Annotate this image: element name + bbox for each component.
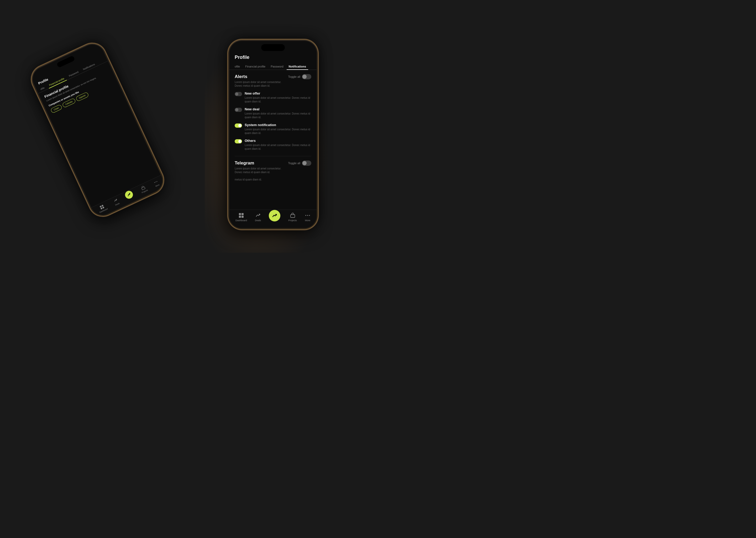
new-offer-title: New offer <box>245 91 311 95</box>
alerts-master-toggle[interactable] <box>302 74 311 79</box>
right-phone-screen: Profile ofile Financial profile Password… <box>229 41 316 228</box>
nav-projects-left[interactable]: Projects <box>139 185 148 193</box>
svg-point-6 <box>155 182 156 182</box>
svg-rect-3 <box>102 206 105 209</box>
svg-rect-1 <box>101 205 103 207</box>
svg-rect-0 <box>100 205 102 207</box>
more-icon-right <box>305 213 310 218</box>
others-toggle[interactable] <box>235 139 242 143</box>
nav-projects-right[interactable]: Projects <box>288 213 297 222</box>
section-divider <box>235 156 311 156</box>
notif-item-new-deal: New deal Lorem ipsum dolor sit amet cons… <box>235 107 311 119</box>
notif-item-others: Others Lorem ipsum dolor sit amet consec… <box>235 139 311 151</box>
dynamic-island-right <box>261 44 285 51</box>
nav-dashboard-left[interactable]: Dashboard <box>97 203 108 213</box>
new-deal-toggle[interactable] <box>235 108 242 112</box>
nav-deals-right[interactable]: Deals <box>255 213 261 222</box>
dashboard-icon-right <box>238 213 244 218</box>
svg-rect-8 <box>239 213 241 215</box>
left-bottom-nav: Dashboard Deals <box>91 175 166 219</box>
svg-point-13 <box>305 215 306 216</box>
new-deal-text: New deal Lorem ipsum dolor sit amet cons… <box>245 107 311 119</box>
alerts-toggle-all[interactable]: Toggle all <box>288 74 311 79</box>
left-phone-container: Profile ofile Financial profile Password… <box>0 0 204 261</box>
system-toggle[interactable] <box>235 124 242 128</box>
telegram-toggle-all[interactable]: Toggle all <box>288 161 311 166</box>
alerts-desc: Lorem ipsum dolor sit amet consectetur.D… <box>235 81 311 88</box>
tab-financial-right[interactable]: Financial profile <box>243 63 267 70</box>
right-bottom-nav: Dashboard Deals <box>229 210 316 228</box>
svg-point-5 <box>154 182 155 183</box>
new-deal-desc: Lorem ipsum dolor sit amet consectetur. … <box>245 112 311 119</box>
new-deal-toggle-wrap[interactable] <box>235 108 242 112</box>
tab-password-right[interactable]: Password <box>268 63 285 70</box>
notif-item-system: System notification Lorem ipsum dolor si… <box>235 123 311 135</box>
others-toggle-wrap[interactable] <box>235 139 242 143</box>
telegram-master-toggle[interactable] <box>302 161 311 166</box>
dashboard-label-right: Dashboard <box>235 219 247 222</box>
nav-more-left[interactable]: More <box>153 179 160 187</box>
right-tabs: ofile Financial profile Password Notific… <box>229 63 316 70</box>
fab-right[interactable] <box>269 210 280 221</box>
deals-label-right: Deals <box>255 219 261 222</box>
left-screen-content: Profile ofile Financial profile Password… <box>29 41 166 219</box>
deals-icon-right <box>255 213 261 218</box>
system-text: System notification Lorem ipsum dolor si… <box>245 123 311 135</box>
telegram-toggle-label: Toggle all <box>288 162 300 165</box>
telegram-desc: Lorem ipsum dolor sit amet consectetur.D… <box>235 167 311 174</box>
nav-more-right[interactable]: More <box>305 213 310 222</box>
telegram-section: Telegram Toggle all Lorem ipsum dolor si… <box>235 161 311 182</box>
left-phone: Profile ofile Financial profile Password… <box>27 39 168 220</box>
scene: Profile ofile Financial profile Password… <box>0 0 378 269</box>
left-phone-screen: Profile ofile Financial profile Password… <box>29 41 166 219</box>
others-text: Others Lorem ipsum dolor sit amet consec… <box>245 139 311 151</box>
new-offer-desc: Lorem ipsum dolor sit amet consectetur. … <box>245 96 311 103</box>
new-deal-title: New deal <box>245 107 311 111</box>
svg-rect-12 <box>291 215 295 218</box>
svg-point-15 <box>309 215 310 216</box>
nav-deals-left[interactable]: Deals <box>113 197 120 206</box>
svg-rect-9 <box>242 213 244 215</box>
projects-label-right: Projects <box>288 219 297 222</box>
more-label-right: More <box>305 219 310 222</box>
telegram-header: Telegram Toggle all <box>235 161 311 166</box>
tab-notifications-right[interactable]: Notifications <box>287 63 308 70</box>
notif-item-new-offer: New offer Lorem ipsum dolor sit amet con… <box>235 91 311 103</box>
nav-fab-left[interactable] <box>125 191 134 200</box>
telegram-title: Telegram <box>235 161 254 166</box>
right-profile-title: Profile <box>229 53 316 63</box>
alerts-section: Alerts Toggle all Lorem ipsum dolor sit … <box>235 74 311 151</box>
others-desc: Lorem ipsum dolor sit amet consectetur. … <box>245 143 311 151</box>
svg-point-14 <box>307 215 308 216</box>
svg-rect-11 <box>242 216 244 218</box>
right-phone-container: Profile ofile Financial profile Password… <box>205 16 341 253</box>
new-offer-text: New offer Lorem ipsum dolor sit amet con… <box>245 91 311 103</box>
telegram-more-desc: metus id quam diam id. <box>235 178 311 182</box>
alerts-toggle-label: Toggle all <box>288 75 300 78</box>
svg-rect-2 <box>101 207 103 210</box>
svg-rect-10 <box>239 216 241 218</box>
alerts-title: Alerts <box>235 74 247 79</box>
new-offer-toggle[interactable] <box>235 92 242 96</box>
system-toggle-wrap[interactable] <box>235 124 242 128</box>
nav-dashboard-right[interactable]: Dashboard <box>235 213 247 222</box>
right-phone: Profile ofile Financial profile Password… <box>228 40 318 229</box>
projects-icon-right <box>290 213 296 218</box>
others-title: Others <box>245 139 311 143</box>
right-screen-content: Profile ofile Financial profile Password… <box>229 41 316 228</box>
alerts-header: Alerts Toggle all <box>235 74 311 79</box>
svg-point-7 <box>157 181 157 182</box>
system-title: System notification <box>245 123 311 127</box>
new-offer-toggle-wrap[interactable] <box>235 92 242 96</box>
fab-icon-left <box>124 189 134 200</box>
notifications-content: Alerts Toggle all Lorem ipsum dolor sit … <box>229 70 316 228</box>
system-desc: Lorem ipsum dolor sit amet consectetur. … <box>245 128 311 135</box>
tab-profile-right[interactable]: ofile <box>233 63 242 70</box>
nav-fab-right[interactable] <box>269 213 280 221</box>
